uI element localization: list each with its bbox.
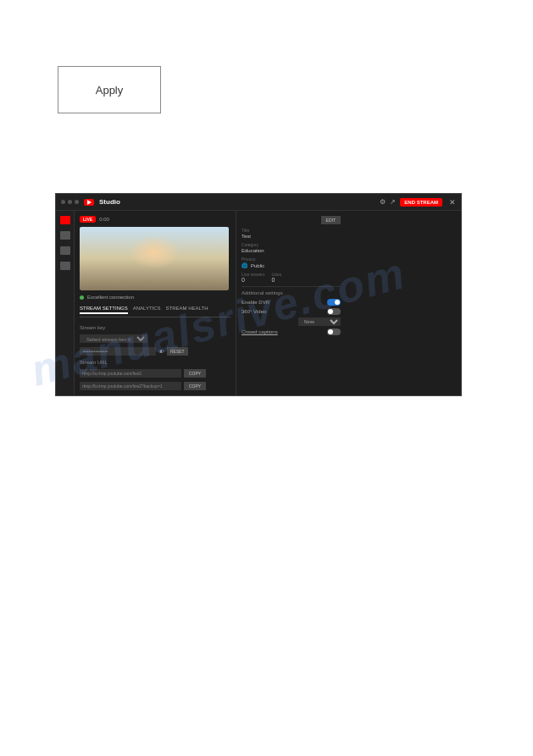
end-stream-button[interactable]: END STREAM xyxy=(400,198,442,207)
apply-button[interactable]: Apply xyxy=(58,66,161,113)
title-label: Title xyxy=(242,228,341,233)
privacy-value: Public xyxy=(251,263,264,268)
topbar-dot-2 xyxy=(68,200,72,204)
topbar-icons: ⚙ ↗ END STREAM ✕ xyxy=(380,198,456,207)
video-preview xyxy=(80,227,229,290)
stream-key-input[interactable] xyxy=(80,347,156,356)
topbar-icon-2[interactable]: ↗ xyxy=(390,198,396,206)
privacy-label: Privacy xyxy=(242,257,341,262)
right-panel-header: EDIT xyxy=(242,216,341,224)
video-scene xyxy=(80,227,229,290)
stream-key-label: Stream key xyxy=(80,325,230,330)
category-field: Category Education xyxy=(242,242,341,253)
reset-button[interactable]: RESET xyxy=(167,347,188,356)
backup-url-row: COPY xyxy=(80,382,230,390)
primary-url-row: COPY xyxy=(80,369,230,378)
close-button[interactable]: ✕ xyxy=(449,198,456,207)
sidebar-icon-live[interactable] xyxy=(60,216,70,224)
studio-sidebar xyxy=(56,211,75,395)
topbar-dot-1 xyxy=(61,200,65,204)
stream-url-label: Stream URL xyxy=(80,360,230,365)
privacy-field: Privacy 🌐 Public xyxy=(242,257,341,268)
sidebar-icon-3[interactable] xyxy=(60,262,70,270)
video-360-toggle[interactable] xyxy=(327,308,341,315)
closed-captions-label[interactable]: Closed captions xyxy=(242,329,278,334)
backup-url-input[interactable] xyxy=(80,382,181,390)
studio-left-panel: LIVE 0:00 Excellent connection STREAM SE… xyxy=(75,211,236,395)
connection-status: Excellent connection xyxy=(80,295,230,300)
studio-body: LIVE 0:00 Excellent connection STREAM SE… xyxy=(56,211,461,395)
topbar-dots xyxy=(61,200,79,204)
stream-key-visibility-icon[interactable]: 👁 xyxy=(158,349,164,355)
copy-backup-button[interactable]: COPY xyxy=(184,382,206,390)
video-360-label: 360° Video xyxy=(242,309,266,314)
additional-settings: Additional settings Enable DVR 360° Vide… xyxy=(242,286,341,338)
likes-count: Likes 0 xyxy=(272,272,282,283)
tab-stream-health[interactable]: STREAM HEALTH xyxy=(166,304,208,314)
title-field: Title Test xyxy=(242,228,341,239)
tab-analytics[interactable]: ANALYTICS xyxy=(133,304,161,314)
live-timer: 0:00 xyxy=(99,217,109,222)
edit-button[interactable]: EDIT xyxy=(321,216,341,224)
counts-row: Live viewers 0 Likes 0 xyxy=(242,272,341,283)
live-header: LIVE 0:00 xyxy=(80,216,230,223)
stream-settings: Stream key Select stream key (no availab… xyxy=(80,322,230,390)
sidebar-icon-2[interactable] xyxy=(60,246,70,255)
studio-right-panel: EDIT Title Test Category Education Priva… xyxy=(236,211,346,395)
closed-captions-row: Closed captions xyxy=(242,328,341,335)
studio-window: Studio ⚙ ↗ END STREAM ✕ LIVE 0:00 xyxy=(55,193,462,396)
primary-url-input[interactable] xyxy=(80,369,181,378)
topbar-icon-1[interactable]: ⚙ xyxy=(380,198,386,206)
youtube-icon xyxy=(84,199,94,206)
stream-key-select[interactable]: Select stream key (no available) xyxy=(80,334,147,343)
enable-dvr-toggle[interactable] xyxy=(327,299,341,306)
enable-dvr-row: Enable DVR xyxy=(242,299,341,306)
latency-row: None xyxy=(242,317,341,326)
yt-logo: Studio xyxy=(84,198,120,206)
category-value: Education xyxy=(242,248,341,253)
studio-topbar: Studio ⚙ ↗ END STREAM ✕ xyxy=(56,194,461,211)
privacy-icon: 🌐 xyxy=(242,262,247,268)
closed-captions-toggle[interactable] xyxy=(327,328,341,335)
tab-stream-settings[interactable]: STREAM SETTINGS xyxy=(80,304,128,314)
live-badge: LIVE xyxy=(80,216,96,223)
studio-tabs: STREAM SETTINGS ANALYTICS STREAM HEALTH xyxy=(80,304,230,317)
studio-main: LIVE 0:00 Excellent connection STREAM SE… xyxy=(75,211,461,395)
likes-value: 0 xyxy=(272,277,282,283)
live-viewers-value: 0 xyxy=(242,277,265,283)
connection-indicator xyxy=(80,295,84,300)
sidebar-icon-1[interactable] xyxy=(60,231,70,240)
category-label: Category xyxy=(242,242,341,247)
video-360-row: 360° Video xyxy=(242,308,341,315)
enable-dvr-label: Enable DVR xyxy=(242,300,269,305)
copy-primary-button[interactable]: COPY xyxy=(184,369,206,378)
title-value: Test xyxy=(242,234,341,239)
apply-section: Apply xyxy=(58,66,161,113)
additional-label: Additional settings xyxy=(242,290,341,295)
connection-text: Excellent connection xyxy=(87,295,134,300)
live-viewers-count: Live viewers 0 xyxy=(242,272,265,283)
latency-select[interactable]: None xyxy=(298,317,341,326)
topbar-dot-3 xyxy=(75,200,79,204)
stream-key-input-row: 👁 RESET xyxy=(80,347,230,356)
stream-key-row: Select stream key (no available) xyxy=(80,334,230,343)
privacy-row: 🌐 Public xyxy=(242,262,341,268)
studio-title: Studio xyxy=(99,198,120,206)
